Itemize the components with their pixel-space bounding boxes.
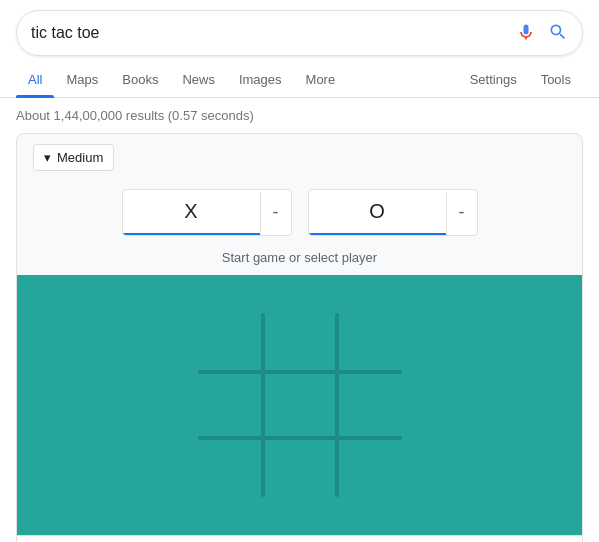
tab-settings[interactable]: Settings	[458, 62, 529, 97]
difficulty-button[interactable]: ▾ Medium	[33, 144, 114, 171]
player-x-box: X -	[122, 189, 292, 236]
game-prompt: Start game or select player	[17, 244, 582, 275]
board-area[interactable]	[17, 275, 582, 535]
tab-news[interactable]: News	[170, 62, 227, 97]
player-o-symbol[interactable]: O	[309, 190, 446, 235]
game-card: ▾ Medium X - O - Start game or select pl…	[16, 133, 583, 542]
search-submit-icon[interactable]	[548, 22, 568, 45]
player-o-minus[interactable]: -	[446, 192, 477, 233]
tab-tools[interactable]: Tools	[529, 62, 583, 97]
tic-tac-toe-board[interactable]	[190, 305, 410, 505]
tab-books[interactable]: Books	[110, 62, 170, 97]
tab-more[interactable]: More	[294, 62, 348, 97]
difficulty-arrow: ▾	[44, 150, 51, 165]
search-icon-group	[516, 22, 568, 45]
tab-all[interactable]: All	[16, 62, 54, 97]
restart-bar: RESTART GAME	[17, 535, 582, 542]
search-input[interactable]	[31, 24, 516, 42]
player-selection: X - O -	[17, 181, 582, 244]
player-x-symbol[interactable]: X	[123, 190, 260, 235]
nav-tabs: All Maps Books News Images More Settings…	[0, 62, 599, 98]
search-bar	[16, 10, 583, 56]
tab-maps[interactable]: Maps	[54, 62, 110, 97]
player-o-box: O -	[308, 189, 478, 236]
difficulty-bar: ▾ Medium	[17, 134, 582, 181]
mic-icon[interactable]	[516, 22, 536, 45]
results-count: About 1,44,00,000 results (0.57 seconds)	[0, 98, 599, 133]
tab-images[interactable]: Images	[227, 62, 294, 97]
player-x-minus[interactable]: -	[260, 192, 291, 233]
difficulty-label: Medium	[57, 150, 103, 165]
